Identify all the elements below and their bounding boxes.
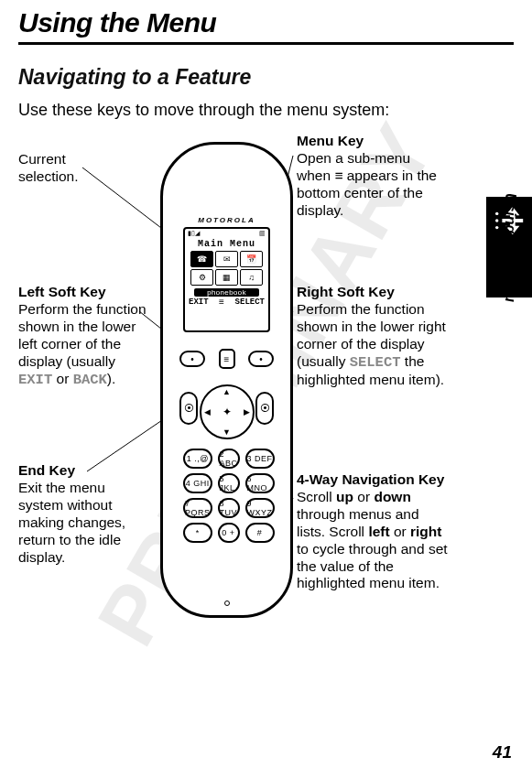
key-star: * <box>183 523 212 543</box>
phone-screen: ▮▯◢ ▥ Main Menu ☎ ✉ 📅 ⚙ ▦ ♫ phonebook EX… <box>183 227 270 332</box>
callout-text: Exit the menu system without making chan… <box>18 480 125 565</box>
callout-text: ). <box>107 371 115 386</box>
soft-label-left: EXIT <box>189 297 209 308</box>
key-1: 1 .,@ <box>183 449 212 469</box>
callout-right-soft-key: Right Soft Key Perform the function show… <box>297 284 452 388</box>
callout-text: Scroll up or down through menus and list… <box>297 489 448 591</box>
callout-4way-nav: 4-Way Navigation Key Scroll up or down t… <box>297 471 448 592</box>
end-key: ⦿ <box>179 392 198 425</box>
side-section-label: Using the Menu <box>502 193 518 302</box>
nav-key: ▲ ▼ ◀ ▶ <box>200 384 255 439</box>
key-2: 2 ABC <box>218 449 240 469</box>
right-soft-key: • <box>248 351 274 367</box>
key-3: 3 DEF <box>245 449 275 469</box>
phone-diagram: Current selection. Left Soft Key Perform… <box>18 133 440 673</box>
code-back: BACK <box>73 372 107 388</box>
screen-hint: phonebook <box>194 288 259 297</box>
signal-icon: ▮▯◢ <box>188 230 200 237</box>
nav-right-icon: ▶ <box>244 407 250 416</box>
code-exit: EXIT <box>18 372 52 388</box>
nav-down-icon: ▼ <box>223 427 231 437</box>
key-0: 0 + <box>218 523 240 543</box>
key-5: 5 JKL <box>218 473 240 493</box>
callout-head: End Key <box>18 462 75 478</box>
page-number: 41 <box>493 742 512 763</box>
code-select: SELECT <box>350 354 401 371</box>
svg-point-7 <box>495 219 498 222</box>
callout-head: Menu Key <box>297 133 364 148</box>
battery-icon: ▥ <box>259 230 266 237</box>
menu-grid: ☎ ✉ 📅 ⚙ ▦ ♫ <box>185 249 268 287</box>
key-6: 6 MNO <box>245 473 275 493</box>
send-key: ⦿ <box>255 392 274 425</box>
menu-cell: ♫ <box>240 269 263 286</box>
key-4: 4 GHI <box>183 473 212 493</box>
soft-label-menu-icon: ≡ <box>219 297 224 308</box>
nav-left-icon: ◀ <box>204 407 211 416</box>
callout-head: 4-Way Navigation Key <box>297 471 444 487</box>
menu-cell: ✉ <box>215 251 238 267</box>
svg-point-6 <box>495 212 498 215</box>
menu-key: ≡ <box>219 349 235 369</box>
menu-cell: ▦ <box>215 269 238 286</box>
title-rule <box>18 42 514 45</box>
left-soft-key: • <box>179 351 205 367</box>
phone-outline: MOTOROLA ▮▯◢ ▥ Main Menu ☎ ✉ 📅 ⚙ ▦ ♫ pho… <box>160 142 293 618</box>
key-9: 9 WXYZ <box>245 498 275 518</box>
mic-icon <box>224 600 230 606</box>
menu-cell: ⚙ <box>190 269 213 286</box>
menu-cell-selected: ☎ <box>190 251 213 267</box>
screen-menu-title: Main Menu <box>185 239 268 249</box>
callout-head: Right Soft Key <box>297 284 395 299</box>
callout-text: Perform the function shown in the lower … <box>18 301 147 369</box>
callout-menu-key: Menu Key Open a sub-menu when ≡ appears … <box>297 133 439 220</box>
keypad: 1 .,@ 2 ABC 3 DEF 4 GHI 5 JKL 6 MNO 7 PQ… <box>183 449 270 543</box>
callout-current-selection: Current selection. <box>18 151 96 186</box>
soft-label-right: SELECT <box>235 297 265 308</box>
key-7: 7 PQRS <box>183 498 212 518</box>
key-8: 8 TUV <box>218 498 240 518</box>
callout-head: Left Soft Key <box>18 284 106 299</box>
page-title: Using the Menu <box>18 7 514 38</box>
intro-text: Use these keys to move through the menu … <box>18 101 514 120</box>
callout-end-key: End Key Exit the menu system without mak… <box>18 462 147 566</box>
menu-cell: 📅 <box>240 251 263 267</box>
callout-text: Current selection. <box>18 151 78 184</box>
phone-brand: MOTOROLA <box>163 216 290 224</box>
svg-point-8 <box>495 226 498 229</box>
status-bar: ▮▯◢ ▥ <box>185 229 268 238</box>
section-subtitle: Navigating to a Feature <box>18 65 514 90</box>
callout-left-soft-key: Left Soft Key Perform the function shown… <box>18 284 147 388</box>
key-hash: # <box>245 523 275 543</box>
callout-text: or <box>52 371 72 386</box>
nav-up-icon: ▲ <box>223 387 231 396</box>
